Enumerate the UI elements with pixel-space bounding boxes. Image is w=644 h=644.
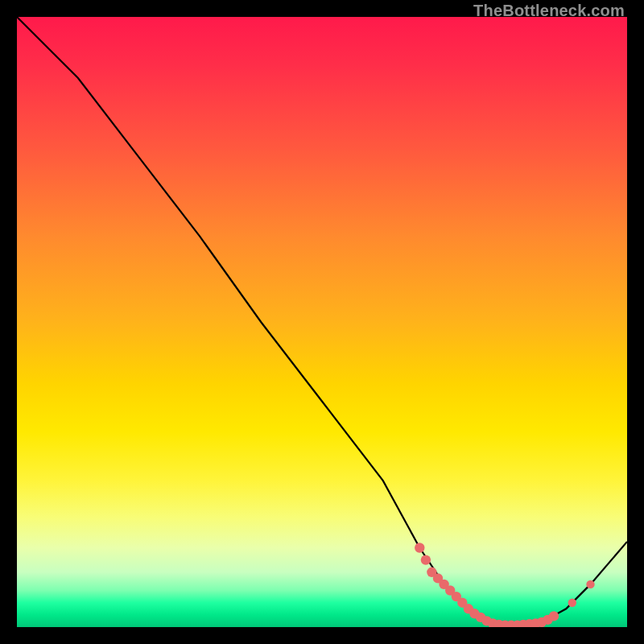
marker-dot (421, 555, 431, 564)
marker-dot (549, 611, 559, 621)
plot-area (17, 17, 627, 627)
marker-dot (415, 543, 424, 552)
chart-stage: TheBottleneck.com (0, 0, 644, 644)
bottleneck-curve (17, 17, 627, 625)
marker-dot (568, 599, 576, 607)
marker-group (415, 543, 595, 627)
curve-layer (17, 17, 627, 627)
marker-dot (586, 580, 594, 588)
